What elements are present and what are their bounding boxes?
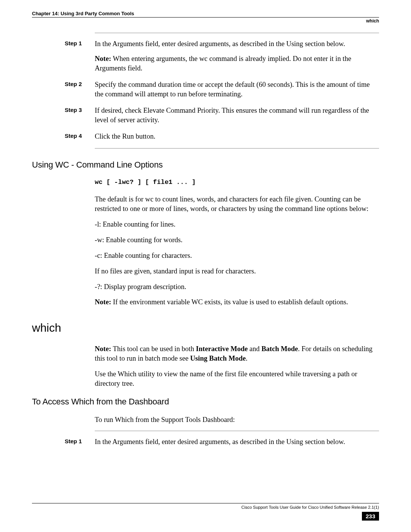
note-label: Note: (95, 298, 111, 306)
footer-page-bar: 233 (32, 512, 379, 521)
procedure-bottom-rule (95, 148, 379, 149)
heading-wc-options: Using WC - Command Line Options (32, 160, 379, 170)
which-procedure-top-rule (95, 431, 379, 431)
footer-rule (32, 503, 379, 503)
wc-paragraph: -w: Enable counting for words. (95, 235, 379, 245)
mode-batch: Batch Mode (261, 345, 298, 353)
step-paragraph: If desired, check Elevate Command Priori… (95, 106, 379, 125)
page-footer: Cisco Support Tools User Guide for Cisco… (32, 503, 379, 521)
note-label: Note: (95, 55, 111, 62)
page-content: Step 1In the Arguments field, enter desi… (32, 33, 379, 447)
step-paragraph: Note: When entering arguments, the wc co… (95, 54, 379, 73)
procedure-step: Step 3If desired, check Elevate Command … (32, 106, 379, 125)
step-body: Specify the command duration time or acc… (95, 80, 379, 99)
procedure-step: Step 4Click the Run button. (32, 132, 379, 141)
step-label: Step 1 (32, 437, 95, 447)
step-label: Step 3 (32, 106, 95, 125)
mode-interactive: Interactive Mode (196, 345, 248, 353)
step-body: Click the Run button. (95, 132, 379, 141)
procedure-steps-block: Step 1In the Arguments field, enter desi… (32, 39, 379, 141)
header-rule (32, 17, 379, 18)
footer-doc-title: Cisco Support Tools User Guide for Cisco… (32, 505, 379, 510)
note-text: If the environment variable WC exists, i… (111, 298, 348, 306)
procedure-step: Step 2Specify the command duration time … (32, 80, 379, 99)
step-label: Step 4 (32, 132, 95, 141)
which-dashboard-intro: To run Which from the Support Tools Dash… (95, 415, 379, 425)
step-label: Step 1 (32, 39, 95, 73)
note-text-pre: This tool can be used in both (111, 345, 196, 353)
procedure-top-rule (95, 33, 379, 33)
note-label: Note: (95, 345, 111, 353)
heading-which: which (32, 321, 379, 334)
wc-paragraph: -?: Display program description. (95, 282, 379, 292)
note-text-mid: and (248, 345, 261, 353)
which-description: Use the Which utility to view the name o… (95, 369, 379, 388)
wc-env-note: Note: If the environment variable WC exi… (95, 297, 379, 307)
which-procedure-steps: Step 1In the Arguments field, enter desi… (32, 437, 379, 447)
wc-paragraph: If no files are given, standard input is… (95, 267, 379, 276)
step-body: In the Arguments field, enter desired ar… (95, 39, 379, 73)
wc-body: wc [ -lwc? ] [ file1 ... ] The default i… (95, 178, 379, 307)
step-paragraph: Specify the command duration time or acc… (95, 80, 379, 99)
procedure-step: Step 1In the Arguments field, enter desi… (32, 39, 379, 73)
step-label: Step 2 (32, 80, 95, 99)
note-text: When entering arguments, the wc command … (95, 55, 351, 72)
step-paragraph: Click the Run button. (95, 132, 379, 141)
which-body: Note: This tool can be used in both Inte… (95, 344, 379, 388)
which-mode-note: Note: This tool can be used in both Inte… (95, 344, 379, 363)
step-paragraph: In the Arguments field, enter desired ar… (95, 437, 379, 447)
procedure-step: Step 1In the Arguments field, enter desi… (32, 437, 379, 447)
wc-paragraph: -c: Enable counting for characters. (95, 251, 379, 260)
step-body: If desired, check Elevate Command Priori… (95, 106, 379, 125)
link-using-batch-mode: Using Batch Mode (190, 355, 246, 362)
wc-syntax: wc [ -lwc? ] [ file1 ... ] (95, 178, 379, 187)
note-text-post2: . (246, 355, 248, 362)
wc-paragraph: The default is for wc to count lines, wo… (95, 195, 379, 214)
step-body: In the Arguments field, enter desired ar… (95, 437, 379, 447)
step-paragraph: In the Arguments field, enter desired ar… (95, 39, 379, 49)
heading-which-dashboard: To Access Which from the Dashboard (32, 397, 379, 407)
page-number: 233 (362, 512, 379, 521)
which-dashboard-body: To run Which from the Support Tools Dash… (95, 415, 379, 425)
wc-paragraph: -l: Enable counting for lines. (95, 220, 379, 229)
chapter-header: Chapter 14: Using 3rd Party Common Tools (32, 11, 379, 16)
header-section-right: which (32, 18, 379, 24)
